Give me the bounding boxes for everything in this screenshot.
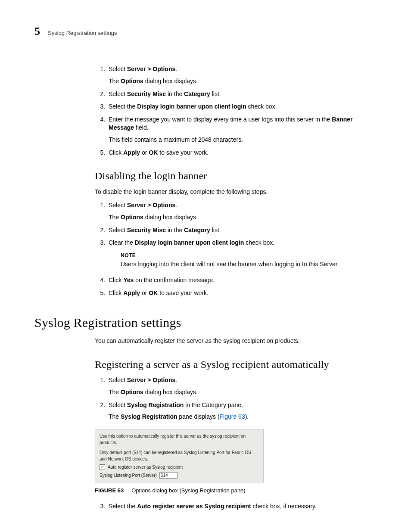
step-b3: Clear the Display login banner upon clie… (107, 239, 377, 268)
intro-syslog: You can automatically register the serve… (95, 337, 377, 345)
steps-list-register-syslog: Select Server > Options. The Options dia… (95, 376, 377, 421)
step-c2-sub: The Syslog Registration pane displays (F… (109, 413, 377, 421)
step-1: Select Server > Options. The Options dia… (107, 65, 377, 85)
steps-list-register-syslog-cont: Select the Auto register server as Syslo… (95, 502, 377, 511)
steps-list-disable-banner-cont: Click Yes on the confirmation message. C… (95, 276, 377, 297)
step-4-sub: This field contains a maximum of 2048 ch… (109, 136, 377, 144)
steps-list-enable-banner: Select Server > Options. The Options dia… (95, 65, 377, 157)
figure-caption: FIGURE 63Options dialog box (Syslog Regi… (95, 487, 377, 495)
checkbox-icon: ✓ (100, 464, 105, 470)
step-1-sub: The Options dialog box displays. (109, 77, 377, 86)
steps-list-disable-banner: Select Server > Options. The Options dia… (95, 201, 377, 268)
heading-registering-server: Registering a server as a Syslog recipie… (95, 358, 377, 372)
step-2: Select Security Misc in the Category lis… (107, 90, 377, 99)
step-b2: Select Security Misc in the Category lis… (107, 226, 377, 235)
figure-caption-label: FIGURE 63 (95, 487, 124, 494)
step-b1: Select Server > Options. The Options dia… (107, 201, 377, 221)
step-3: Select the Display login banner upon cli… (107, 103, 377, 111)
figure-link[interactable]: Figure 63 (220, 413, 245, 420)
page: 5 Syslog Registration settings Select Se… (0, 0, 411, 532)
step-c1: Select Server > Options. The Options dia… (107, 376, 377, 396)
running-header: 5 Syslog Registration settings (34, 24, 377, 39)
step-c1-sub: The Options dialog box displays. (109, 388, 377, 397)
content-column: Select Server > Options. The Options dia… (95, 65, 377, 510)
figure-port-value: 514 (159, 472, 177, 479)
figure-port-label: Syslog Listening Port (Server) (100, 472, 157, 479)
note-block: NOTE Users logging into the client will … (121, 250, 377, 268)
step-c3: Select the Auto register server as Syslo… (107, 502, 377, 511)
chapter-number: 5 (34, 24, 40, 39)
figure-caption-text: Options dialog box (Syslog Registration … (131, 487, 245, 494)
figure-line1: Use this option to automatically registe… (100, 433, 259, 446)
step-5: Click Apply or OK to save your work. (107, 149, 377, 157)
intro-disabling: To disable the login banner display, com… (95, 188, 377, 196)
running-title: Syslog Registration settings (48, 29, 117, 37)
heading-syslog-registration-settings: Syslog Registration settings (34, 314, 377, 332)
note-label: NOTE (121, 252, 377, 259)
note-text: Users logging into the client will not s… (121, 260, 377, 269)
figure-port-row: Syslog Listening Port (Server) 514 (100, 472, 259, 479)
figure-checkbox-row: ✓ Auto register server as Syslog recipie… (100, 464, 259, 470)
step-b4: Click Yes on the confirmation message. (107, 276, 377, 285)
step-c2: Select Syslog Registration in the Catego… (107, 401, 377, 421)
figure-line2: Only default port (514) can be registere… (100, 449, 259, 462)
figure-checkbox-label: Auto register server as Syslog recipient (108, 464, 183, 470)
step-4: Enter the message you want to display ev… (107, 115, 377, 144)
heading-disabling-login-banner: Disabling the login banner (95, 169, 377, 184)
step-b5: Click Apply or OK to save your work. (107, 289, 377, 298)
figure-syslog-pane: Use this option to automatically registe… (95, 429, 264, 482)
step-b1-sub: The Options dialog box displays. (109, 213, 377, 222)
